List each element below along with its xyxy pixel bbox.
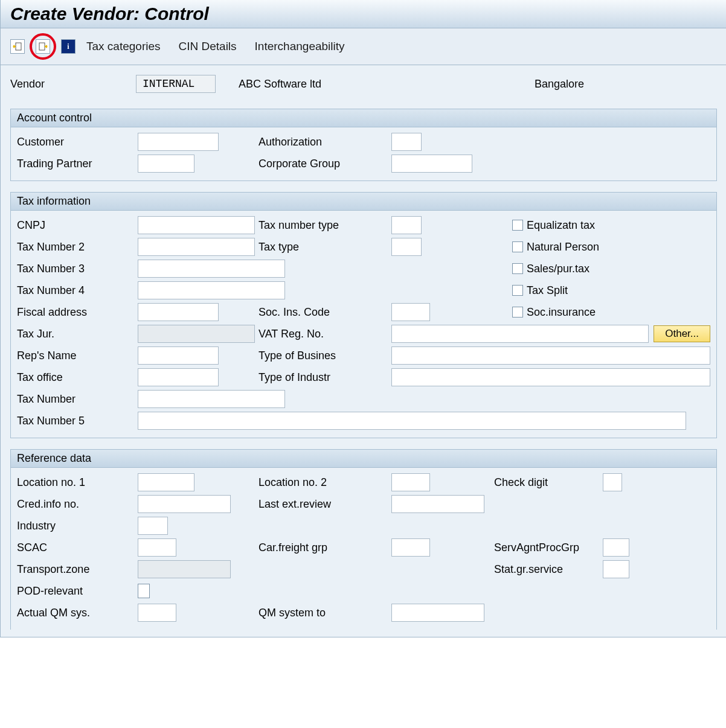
tax-office-label: Tax office <box>17 371 138 384</box>
tax-number-type-label: Tax number type <box>259 219 391 232</box>
customer-label: Customer <box>17 136 138 148</box>
soc-ins-code-label: Soc. Ins. Code <box>259 306 391 319</box>
actual-qm-sys-input[interactable] <box>138 604 176 622</box>
cred-info-no-label: Cred.info no. <box>17 498 138 511</box>
next-screen-icon[interactable] <box>36 39 50 54</box>
other-button[interactable]: Other... <box>654 325 710 342</box>
reference-data-group: Reference data Location no. 1 Location n… <box>10 449 717 630</box>
account-control-group: Account control Customer Authorization T… <box>10 109 717 181</box>
serv-agnt-proc-grp-input[interactable] <box>603 538 629 557</box>
tax-number-4-input[interactable] <box>138 281 285 299</box>
svg-text:i: i <box>67 42 69 51</box>
tax-number-2-input[interactable] <box>138 238 255 256</box>
check-digit-label: Check digit <box>494 476 603 489</box>
page-title: Create Vendor: Control <box>10 4 717 24</box>
tax-number-4-label: Tax Number 4 <box>17 284 138 297</box>
svg-rect-0 <box>16 43 21 50</box>
customer-input[interactable] <box>138 133 219 151</box>
type-of-industry-input[interactable] <box>391 368 710 386</box>
location-no-1-input[interactable] <box>138 473 194 491</box>
corporate-group-input[interactable] <box>391 155 472 173</box>
tax-number-3-input[interactable] <box>138 260 285 278</box>
form-body: Vendor INTERNAL ABC Software ltd Bangalo… <box>1 65 726 637</box>
tax-information-header: Tax information <box>11 193 716 211</box>
tax-categories-button[interactable]: Tax categories <box>79 37 168 56</box>
vendor-id-value: INTERNAL <box>136 75 216 93</box>
tax-number-input[interactable] <box>138 390 285 408</box>
tax-information-group: Tax information CNPJ Tax number type Equ… <box>10 192 717 438</box>
type-of-business-input[interactable] <box>391 346 710 365</box>
fiscal-address-input[interactable] <box>138 303 219 321</box>
serv-agnt-proc-grp-label: ServAgntProcGrp <box>494 541 603 554</box>
location-no-1-label: Location no. 1 <box>17 476 138 489</box>
pod-relevant-checkbox[interactable] <box>138 584 150 598</box>
authorization-input[interactable] <box>391 133 422 151</box>
cred-info-no-input[interactable] <box>138 495 231 513</box>
tax-jur-label: Tax Jur. <box>17 328 138 340</box>
vat-reg-no-input[interactable] <box>391 325 649 343</box>
natural-person-checkbox[interactable] <box>512 241 523 252</box>
industry-label: Industry <box>17 520 138 532</box>
reference-data-header: Reference data <box>11 450 716 468</box>
transport-zone-label: Transport.zone <box>17 563 138 576</box>
soc-ins-code-input[interactable] <box>391 303 430 321</box>
trading-partner-label: Trading Partner <box>17 158 138 170</box>
vendor-label: Vendor <box>10 78 125 91</box>
fiscal-address-label: Fiscal address <box>17 306 138 319</box>
trading-partner-input[interactable] <box>138 155 194 173</box>
pod-relevant-label: POD-relevant <box>17 585 138 598</box>
stat-gr-service-input[interactable] <box>603 560 629 578</box>
soc-insurance-label: Soc.insurance <box>527 306 596 319</box>
soc-insurance-checkbox[interactable] <box>512 307 523 318</box>
equalizatn-tax-checkbox[interactable] <box>512 220 523 231</box>
equalizatn-tax-label: Equalizatn tax <box>527 219 595 232</box>
authorization-label: Authorization <box>259 136 391 148</box>
titlebar: Create Vendor: Control <box>1 0 726 28</box>
interchangeability-button[interactable]: Interchangeability <box>248 37 352 56</box>
vendor-city-value: Bangalore <box>535 78 584 91</box>
actual-qm-sys-label: Actual QM sys. <box>17 607 138 619</box>
tax-number-5-label: Tax Number 5 <box>17 415 138 427</box>
sales-pur-tax-checkbox[interactable] <box>512 263 523 274</box>
tax-number-5-input[interactable] <box>138 412 686 430</box>
account-control-header: Account control <box>11 109 716 127</box>
stat-gr-service-label: Stat.gr.service <box>494 563 603 576</box>
type-of-business-label: Type of Busines <box>259 350 391 362</box>
vendor-header-row: Vendor INTERNAL ABC Software ltd Bangalo… <box>7 72 721 104</box>
industry-input[interactable] <box>138 517 168 535</box>
qm-system-to-input[interactable] <box>391 604 484 622</box>
last-ext-review-label: Last ext.review <box>259 498 391 511</box>
tax-number-label: Tax Number <box>17 393 138 406</box>
tax-number-type-input[interactable] <box>391 216 422 234</box>
tax-type-input[interactable] <box>391 238 422 256</box>
tax-jur-input[interactable] <box>138 325 255 343</box>
reps-name-input[interactable] <box>138 346 219 365</box>
reps-name-label: Rep's Name <box>17 350 138 362</box>
highlighted-next-button <box>30 33 56 60</box>
corporate-group-label: Corporate Group <box>259 158 391 170</box>
location-no-2-input[interactable] <box>391 473 430 491</box>
car-freight-grp-label: Car.freight grp <box>259 541 391 554</box>
cnpj-input[interactable] <box>138 216 255 234</box>
last-ext-review-input[interactable] <box>391 495 484 513</box>
transport-zone-input[interactable] <box>138 560 231 578</box>
scac-label: SCAC <box>17 541 138 554</box>
cnpj-label: CNPJ <box>17 219 138 232</box>
sales-pur-tax-label: Sales/pur.tax <box>527 263 589 275</box>
location-no-2-label: Location no. 2 <box>259 476 391 489</box>
type-of-industry-label: Type of Industr <box>259 371 391 384</box>
tax-office-input[interactable] <box>138 368 219 386</box>
qm-system-to-label: QM system to <box>259 607 391 619</box>
app-window: Create Vendor: Control i Tax categories … <box>0 0 726 637</box>
tax-split-checkbox[interactable] <box>512 285 523 296</box>
cin-details-button[interactable]: CIN Details <box>172 37 244 56</box>
vat-reg-no-label: VAT Reg. No. <box>259 328 391 340</box>
svg-rect-1 <box>39 43 45 50</box>
tax-number-3-label: Tax Number 3 <box>17 263 138 275</box>
scac-input[interactable] <box>138 538 176 557</box>
prev-screen-icon[interactable] <box>10 39 25 54</box>
check-digit-input[interactable] <box>603 473 622 491</box>
vendor-name-value: ABC Software ltd <box>239 78 321 91</box>
info-icon[interactable]: i <box>61 39 75 54</box>
car-freight-grp-input[interactable] <box>391 538 430 557</box>
